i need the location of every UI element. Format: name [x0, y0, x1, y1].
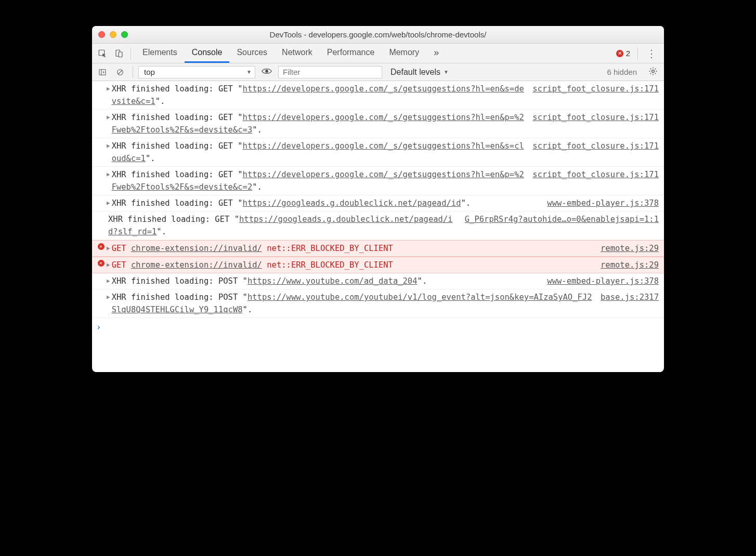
tabs-overflow[interactable]: »	[426, 44, 446, 63]
log-source-link[interactable]: remote.js:29	[601, 242, 659, 255]
panel-tabs: Elements Console Sources Network Perform…	[135, 44, 446, 63]
log-message: XHR finished loading: GET "https://devel…	[112, 111, 526, 136]
main-toolbar: Elements Console Sources Network Perform…	[92, 44, 664, 63]
console-row[interactable]: ✕▶GET chrome-extension://invalid/ net::E…	[92, 240, 664, 257]
log-source-link[interactable]: remote.js:29	[601, 259, 659, 271]
window-title: DevTools - developers.google.com/web/too…	[92, 30, 664, 39]
log-source-link[interactable]: www-embed-player.js:378	[547, 275, 659, 287]
expand-arrow-icon[interactable]: ▶	[107, 291, 112, 316]
devtools-window: DevTools - developers.google.com/web/too…	[92, 26, 664, 372]
context-selector[interactable]: top ▼	[138, 66, 255, 78]
svg-point-8	[652, 70, 655, 72]
log-message: XHR finished loading: GET "https://devel…	[112, 168, 526, 193]
error-icon: ✕	[98, 260, 105, 267]
console-row[interactable]: ▶XHR finished loading: GET "https://deve…	[92, 81, 664, 110]
svg-point-7	[265, 70, 268, 73]
error-count-badge[interactable]: ✕ 2	[613, 49, 633, 58]
hidden-count[interactable]: 6 hidden	[602, 68, 642, 76]
context-value: top	[144, 68, 155, 76]
divider	[131, 47, 131, 60]
log-source-link[interactable]: www-embed-player.js:378	[547, 197, 659, 209]
log-source-link[interactable]: G_P6rpRSr4g?autohide…o=0&enablejsapi=1:1	[465, 213, 659, 238]
tab-performance[interactable]: Performance	[320, 44, 382, 63]
log-source-link[interactable]: script_foot_closure.js:171	[532, 140, 659, 165]
log-levels-selector[interactable]: Default levels ▼	[385, 68, 454, 77]
log-source-link[interactable]: script_foot_closure.js:171	[532, 111, 659, 136]
log-message: XHR finished loading: GET "https://devel…	[112, 140, 526, 165]
console-row[interactable]: ▶XHR finished loading: POST "https://www…	[92, 273, 664, 289]
divider	[637, 47, 638, 60]
console-row[interactable]: ▶XHR finished loading: GET "https://deve…	[92, 138, 664, 167]
log-message: XHR finished loading: GET "https://googl…	[108, 213, 458, 238]
chevron-down-icon: ▼	[246, 69, 252, 75]
device-toolbar-icon[interactable]	[112, 46, 126, 61]
log-message: GET chrome-extension://invalid/ net::ERR…	[112, 242, 593, 255]
tab-memory[interactable]: Memory	[382, 44, 426, 63]
tab-sources[interactable]: Sources	[229, 44, 275, 63]
filter-input[interactable]	[278, 66, 382, 78]
svg-rect-3	[99, 69, 106, 75]
expand-arrow-icon[interactable]: ▶	[107, 168, 112, 193]
expand-arrow-icon[interactable]: ▶	[107, 275, 112, 287]
log-message: GET chrome-extension://invalid/ net::ERR…	[112, 259, 593, 271]
divider	[133, 66, 133, 78]
log-source-link[interactable]: script_foot_closure.js:171	[532, 83, 659, 108]
log-message: XHR finished loading: GET "https://googl…	[112, 197, 540, 209]
error-icon: ✕	[616, 50, 623, 57]
log-source-link[interactable]: script_foot_closure.js:171	[532, 168, 659, 193]
tab-network[interactable]: Network	[275, 44, 320, 63]
expand-arrow-icon[interactable]: ▶	[107, 197, 112, 209]
console-row[interactable]: ✕▶GET chrome-extension://invalid/ net::E…	[92, 257, 664, 273]
expand-arrow-icon[interactable]: ▶	[107, 259, 112, 271]
error-count: 2	[626, 49, 630, 58]
live-expression-icon[interactable]	[258, 68, 275, 77]
console-prompt[interactable]: ›	[92, 318, 664, 337]
console-row[interactable]: XHR finished loading: GET "https://googl…	[92, 211, 664, 240]
expand-arrow-icon[interactable]: ▶	[107, 111, 112, 136]
console-filterbar: top ▼ Default levels ▼ 6 hidden	[92, 63, 664, 81]
console-row[interactable]: ▶XHR finished loading: GET "https://deve…	[92, 110, 664, 138]
levels-label: Default levels	[390, 68, 440, 77]
svg-rect-2	[119, 52, 122, 57]
log-message: XHR finished loading: POST "https://www.…	[112, 291, 593, 316]
expand-arrow-icon[interactable]: ▶	[107, 242, 112, 255]
clear-console-icon[interactable]	[113, 65, 127, 80]
titlebar[interactable]: DevTools - developers.google.com/web/too…	[92, 26, 664, 44]
log-message: XHR finished loading: GET "https://devel…	[112, 83, 526, 108]
console-row[interactable]: ▶XHR finished loading: POST "https://www…	[92, 289, 664, 318]
svg-line-6	[118, 70, 122, 74]
console-output[interactable]: ▶XHR finished loading: GET "https://deve…	[92, 81, 664, 372]
chevron-down-icon: ▼	[444, 69, 449, 75]
error-icon: ✕	[98, 243, 105, 250]
expand-arrow-icon[interactable]: ▶	[107, 83, 112, 108]
console-sidebar-toggle-icon[interactable]	[95, 65, 110, 80]
log-message: XHR finished loading: POST "https://www.…	[112, 275, 540, 287]
console-settings-icon[interactable]	[645, 67, 661, 78]
console-row[interactable]: ▶XHR finished loading: GET "https://deve…	[92, 167, 664, 195]
expand-arrow-icon[interactable]: ▶	[107, 140, 112, 165]
menu-kebab-icon[interactable]: ⋮	[642, 47, 661, 60]
prompt-icon: ›	[96, 321, 101, 334]
log-source-link[interactable]: base.js:2317	[601, 291, 659, 316]
tab-console[interactable]: Console	[185, 44, 230, 63]
console-row[interactable]: ▶XHR finished loading: GET "https://goog…	[92, 195, 664, 211]
inspect-element-icon[interactable]	[95, 46, 110, 61]
tab-elements[interactable]: Elements	[135, 44, 185, 63]
